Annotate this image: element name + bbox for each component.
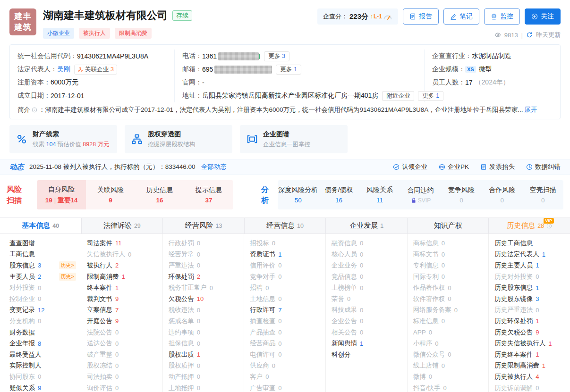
sidebar-item[interactable]: 企业年报8 [0,338,81,349]
link-item[interactable]: 历史环保处罚1 [494,316,570,327]
invoice-title-button[interactable]: 发票抬头 [480,163,515,171]
sidebar-item[interactable]: 股东信息3历史> [0,260,81,271]
info-suffix: （2024年） [475,78,510,87]
equity-penetration-card[interactable]: 股权穿透图挖掘深层股权结构 [125,125,232,153]
risk-scan-item-count: 16 [156,197,163,204]
link-item[interactable]: 历史股东信息1 [494,282,570,293]
link-item[interactable]: 裁判文书9 [87,293,162,305]
nearby-company-button[interactable]: 附近企业 [382,91,414,101]
enterprise-graph-card[interactable]: 企业图谱企业信息一图掌控 [240,125,348,153]
analysis-item-label: 竞争风险 [448,186,475,194]
link-item[interactable]: 开庭公告9 [87,316,162,327]
company-pk-button[interactable]: PK企业PK [439,163,469,171]
analysis-item[interactable]: 合同违约SVIP [400,180,441,209]
link-item[interactable]: 历史终本案件1 [494,349,570,360]
link-item-count: 0 [115,340,119,347]
sidebar-item[interactable]: 实际控制人 [0,360,81,372]
property-clues-card[interactable]: 财产线索线索 104 预估价值 8928 万元 [9,125,117,153]
link-item[interactable]: 立案信息7 [87,305,162,316]
link-item: 企业公告0 [332,316,407,327]
claim-company-button[interactable]: 认领企业 [393,163,427,171]
company-score[interactable]: 企查分： 223分 L-1 [317,8,398,25]
link-item[interactable]: 历史限制高消费1 [494,360,570,372]
follow-button[interactable]: 关注 [525,8,561,25]
link-item-label: 司法案件 [87,239,112,248]
link-item-count: 0 [272,362,275,369]
link-item[interactable]: 历史被执行人4 [494,371,570,383]
more-label: 更多 [268,52,280,60]
more-button[interactable]: 更多3 [264,51,289,61]
link-item[interactable]: 股权出质1 [169,349,244,360]
related-company-badge[interactable]: 关联企业3 [74,65,117,75]
link-item[interactable]: 历史失信被执行人1 [494,338,570,349]
tab-知识产权[interactable]: 知识产权 [408,218,489,234]
link-item[interactable]: 终本案件1 [87,282,162,293]
more-button[interactable]: 更多1 [276,65,301,75]
company-tag[interactable]: 小微企业 [43,28,74,39]
sidebar-item[interactable]: 疑似关系9 [0,383,81,392]
link-item[interactable]: 司法案件11 [87,238,162,249]
tab-经营风险[interactable]: 经营风险13 [163,218,245,234]
company-tag[interactable]: 被执行人 [79,28,110,39]
link-item[interactable]: 新闻舆情1 [332,338,407,349]
note-button[interactable]: 笔记 [443,8,479,25]
link-item[interactable]: 历史欠税公告9 [494,327,570,338]
risk-scan-item[interactable]: 提示信息37 [184,180,233,209]
link-item-label: 历史失信被执行人 [494,339,545,348]
refresh-icon[interactable] [526,32,533,38]
link-item-count: 9 [536,329,539,336]
risk-scan-item[interactable]: 关联风险9 [86,180,135,209]
analysis-item[interactable]: 深度风险分析50 [278,180,318,209]
info-row-legal-rep: 法定代表人：吴刚关联企业3 [17,63,167,76]
dynamics-text: 2025-11-08 被列入被执行人，执行标的（元）：833446.00 [29,163,196,171]
link-item[interactable]: 历史主要人员1 [494,260,570,271]
analysis-item[interactable]: 合作风险0 [482,180,522,209]
info-label: 企查查行业： [432,52,472,60]
link-item[interactable]: 科创分 [332,349,407,360]
analysis-item[interactable]: 空壳扫描0 [523,180,563,209]
tab-历史信息[interactable]: 历史信息28VIP [489,218,570,234]
history-badge[interactable]: 历史> [59,261,76,269]
tab-法律诉讼[interactable]: 法律诉讼29 [82,218,163,234]
link-item[interactable]: 环保处罚2 [169,271,244,283]
link-item: 竞品信息0 [332,271,407,283]
report-button[interactable]: 报告 [403,8,439,25]
link-item-label: 历史限制高消费 [494,361,539,370]
svip-label: SVIP [418,197,431,204]
monitor-button[interactable]: 监控 [484,8,520,25]
sidebar-item[interactable]: 主要人员2历史> [0,271,81,283]
tab-企业发展[interactable]: 企业发展1 [326,218,408,234]
analysis-item[interactable]: 风险关系11 [359,180,400,209]
tab-基本信息[interactable]: 基本信息40 [0,218,82,234]
sidebar-item[interactable]: 财务数据 [0,327,81,338]
intro-expand-link[interactable]: 展开 [524,106,537,114]
link-item[interactable]: 历史法定代表人1 [494,249,570,260]
analysis-item-count: 11 [376,197,383,204]
link-item[interactable]: 行政许可7 [250,305,325,316]
analysis-item[interactable]: 债务/债权16 [318,180,359,209]
sidebar-item[interactable]: 查查图谱 [0,238,81,249]
data-correction-button[interactable]: 数据纠错 [526,163,561,171]
link-item[interactable]: 限制高消费1 [87,271,162,283]
analysis-item[interactable]: 竞争风险0 [441,180,482,209]
link-item[interactable]: 历史工商信息 [494,238,570,249]
link-item[interactable]: 被执行人2 [87,260,162,271]
link-item-count: 11 [115,240,122,247]
link-item-count: 0 [197,362,200,369]
sidebar-item[interactable]: 最终受益人 [0,349,81,360]
sidebar-item[interactable]: 工商信息 [0,249,81,260]
link-item[interactable]: 资质证书1 [250,249,325,260]
risk-scan-item[interactable]: 历史信息16 [135,180,184,209]
all-dynamics-link[interactable]: 全部动态 [201,163,227,171]
history-badge[interactable]: 历史> [59,273,76,281]
company-tag[interactable]: 限制高消费 [115,28,152,39]
sidebar-item[interactable]: 变更记录12 [0,305,81,316]
info-value-legal-rep[interactable]: 吴刚 [57,65,70,74]
last-updated[interactable]: 昨天更新 [536,31,561,39]
link-item-label: 历史终本案件 [494,350,533,359]
link-item[interactable]: 欠税公告10 [169,293,244,305]
info-label: 员工人数： [432,78,465,87]
link-item[interactable]: 历史股东镜像3 [494,293,570,305]
risk-scan-item[interactable]: 自身风险19|重要14 [37,180,86,209]
tab-经营信息[interactable]: 经营信息10 [245,218,326,234]
